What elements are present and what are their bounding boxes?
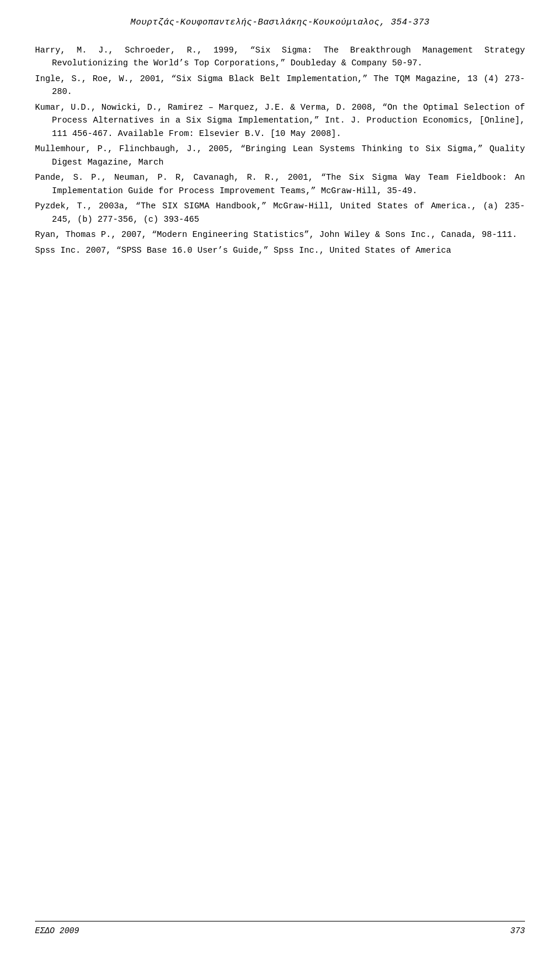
reference-kumar: Kumar, U.D., Nowicki, D., Ramirez – Marq…: [35, 103, 525, 138]
footer-right: 373: [510, 926, 525, 935]
list-item: Ryan, Thomas P., 2007, “Modern Engineeri…: [35, 228, 525, 241]
list-item: Ingle, S., Roe, W., 2001, “Six Sigma Bla…: [35, 72, 525, 99]
page-header: Μουρτζάς-Κουφοπαντελής-Βασιλάκης-Κουκούμ…: [35, 18, 525, 27]
list-item: Pande, S. P., Neuman, P. R, Cavanagh, R.…: [35, 171, 525, 197]
reference-ingle: Ingle, S., Roe, W., 2001, “Six Sigma Bla…: [35, 74, 525, 96]
reference-ryan: Ryan, Thomas P., 2007, “Modern Engineeri…: [35, 230, 517, 239]
header-text: Μουρτζάς-Κουφοπαντελής-Βασιλάκης-Κουκούμ…: [130, 18, 429, 27]
page-footer: ΕΣΔΟ 2009 373: [35, 921, 525, 935]
reference-spss: Spss Inc. 2007, “SPSS Base 16.0 User’s G…: [35, 246, 452, 255]
footer-left: ΕΣΔΟ 2009: [35, 926, 79, 935]
reference-pande: Pande, S. P., Neuman, P. R, Cavanagh, R.…: [35, 173, 525, 195]
list-item: Pyzdek, T., 2003a, “The SIX SIGMA Handbo…: [35, 200, 525, 226]
list-item: Spss Inc. 2007, “SPSS Base 16.0 User’s G…: [35, 244, 525, 257]
list-item: Harry, M. J., Schroeder, R., 1999, “Six …: [35, 44, 525, 70]
references-block: Harry, M. J., Schroeder, R., 1999, “Six …: [35, 44, 525, 257]
list-item: Kumar, U.D., Nowicki, D., Ramirez – Marq…: [35, 101, 525, 140]
list-item: Mullemhour, P., Flinchbaugh, J., 2005, “…: [35, 142, 525, 169]
page-container: Μουρτζάς-Κουφοπαντελής-Βασιλάκης-Κουκούμ…: [0, 0, 560, 953]
reference-pyzdek: Pyzdek, T., 2003a, “The SIX SIGMA Handbo…: [35, 201, 525, 224]
reference-mullemhour: Mullemhour, P., Flinchbaugh, J., 2005, “…: [35, 144, 525, 166]
reference-harry: Harry, M. J., Schroeder, R., 1999, “Six …: [35, 46, 525, 68]
